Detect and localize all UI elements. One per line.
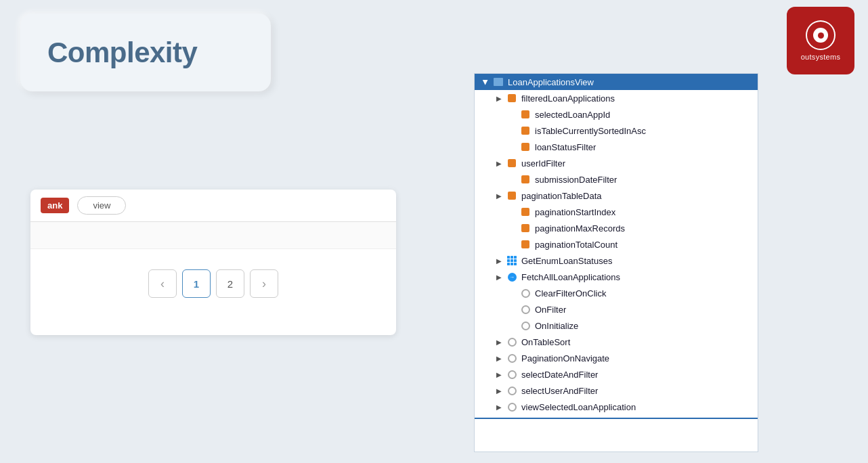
tree-item-PaginationOnNavigate[interactable]: PaginationOnNavigate (475, 350, 758, 366)
tree-label: ClearFilterOnClick (535, 288, 606, 299)
circle-icon (506, 353, 518, 363)
tree-scroll-indicator (475, 418, 758, 431)
orange-icon (519, 126, 531, 135)
tree-label: submissionDateFilter (535, 175, 617, 185)
orange-icon (506, 158, 518, 168)
tree-label: paginationTotalCount (535, 240, 617, 250)
tree-arrow (507, 223, 518, 234)
circle-icon (519, 321, 531, 330)
tree-arrow (494, 158, 504, 169)
tree-arrow (494, 255, 504, 266)
orange-icon (519, 223, 531, 233)
orange-icon (519, 175, 531, 184)
complexity-card: Complexity (20, 14, 271, 91)
tree-root-label: LoanApplicationsView (508, 77, 594, 87)
tree-label: OnInitialize (535, 321, 578, 331)
tree-item-paginationTableData[interactable]: paginationTableData (475, 188, 758, 204)
tree-arrow (494, 369, 504, 380)
tree-label: GetEnumLoanStatuses (521, 256, 612, 266)
circle-icon (506, 402, 518, 412)
tree-arrow (507, 109, 518, 120)
outsystems-logo[interactable]: outsystems (787, 7, 854, 74)
tree-label: userIdFilter (521, 158, 565, 169)
pagination: ‹ 1 2 › (30, 249, 396, 318)
tree-arrow (507, 304, 518, 315)
circle-icon (519, 288, 531, 298)
circle-icon (506, 370, 518, 379)
page-2-button[interactable]: 2 (216, 269, 244, 298)
tree-label: isTableCurrentlySortedInAsc (535, 126, 646, 136)
tree-label: paginationMaxRecords (535, 223, 625, 234)
tree-label: filteredLoanApplications (521, 93, 615, 104)
tree-arrow (507, 206, 518, 217)
tree-item-selectDateAndFilter[interactable]: selectDateAndFilter (475, 366, 758, 382)
tree-label: FetchAllLoanApplications (521, 272, 620, 282)
ui-preview-card: ank view ‹ 1 2 › (30, 190, 396, 335)
orange-icon (506, 191, 518, 200)
tree-item-filteredLoanApplications[interactable]: filteredLoanApplications (475, 90, 758, 106)
tree-item-GetEnumLoanStatuses[interactable]: GetEnumLoanStatuses (475, 252, 758, 269)
action-icon (506, 272, 518, 282)
tree-item-viewSelectedLoanApplication[interactable]: viewSelectedLoanApplication (475, 399, 758, 415)
circle-icon (506, 337, 518, 347)
tree-item-OnTableSort[interactable]: OnTableSort (475, 334, 758, 350)
tree-label: paginationTableData (521, 191, 602, 201)
page-prev-button[interactable]: ‹ (148, 269, 177, 298)
tree-arrow (494, 336, 504, 347)
ui-preview-toolbar: ank view (30, 190, 396, 222)
outsystems-circle-icon (806, 20, 836, 50)
tree-item-OnInitialize[interactable]: OnInitialize (475, 317, 758, 334)
tree-label: OnTableSort (521, 337, 570, 347)
view-icon (492, 77, 504, 87)
tree-item-loanStatusFilter[interactable]: loanStatusFilter (475, 139, 758, 155)
tree-arrow (494, 401, 504, 412)
orange-icon (506, 93, 518, 103)
filter-bar (30, 222, 396, 249)
tree-item-ClearFilterOnClick[interactable]: ClearFilterOnClick (475, 285, 758, 301)
tree-label: selectUserAndFilter (521, 386, 598, 396)
tree-arrow (507, 174, 518, 185)
tree-item-isTableCurrentlySortedInAsc[interactable]: isTableCurrentlySortedInAsc (475, 123, 758, 139)
tree-panel[interactable]: LoanApplicationsView filteredLoanApplica… (474, 73, 758, 452)
orange-icon (519, 142, 531, 152)
tree-label: selectDateAndFilter (521, 370, 598, 380)
view-button[interactable]: view (77, 196, 126, 215)
tree-label: viewSelectedLoanApplication (521, 402, 636, 412)
tree-label: paginationStartIndex (535, 207, 615, 217)
tree-arrow (494, 190, 504, 201)
tree-label: loanStatusFilter (535, 142, 596, 152)
tree-item-paginationStartIndex[interactable]: paginationStartIndex (475, 204, 758, 220)
tree-arrow (494, 93, 504, 104)
tree-arrow (507, 125, 518, 136)
page-next-button[interactable]: › (250, 269, 278, 298)
tree-arrow (507, 239, 518, 250)
tree-root-item[interactable]: LoanApplicationsView (475, 74, 758, 90)
tree-label: selectedLoanAppId (535, 110, 610, 120)
tree-item-paginationTotalCount[interactable]: paginationTotalCount (475, 236, 758, 252)
grid-icon (506, 256, 518, 265)
tree-arrow (507, 288, 518, 299)
tree-arrow-root (480, 76, 491, 87)
tree-arrow (494, 385, 504, 396)
tree-arrow (494, 353, 504, 363)
page-1-button[interactable]: 1 (182, 269, 211, 298)
tree-item-selectUserAndFilter[interactable]: selectUserAndFilter (475, 382, 758, 399)
orange-icon (519, 207, 531, 217)
orange-icon (519, 110, 531, 119)
tree-item-FetchAllLoanApplications[interactable]: FetchAllLoanApplications (475, 269, 758, 285)
circle-icon (506, 386, 518, 395)
tree-item-OnFilter[interactable]: OnFilter (475, 301, 758, 317)
orange-icon (519, 240, 531, 249)
tree-item-submissionDateFilter[interactable]: submissionDateFilter (475, 171, 758, 188)
tree-arrow (494, 271, 504, 282)
tree-item-paginationMaxRecords[interactable]: paginationMaxRecords (475, 220, 758, 236)
page-title: Complexity (47, 37, 197, 69)
circle-icon (519, 305, 531, 314)
outsystems-label: outsystems (801, 53, 841, 61)
tree-arrow (507, 141, 518, 152)
tree-item-selectedLoanAppId[interactable]: selectedLoanAppId (475, 106, 758, 123)
tree-label: PaginationOnNavigate (521, 353, 609, 363)
rank-badge: ank (41, 198, 69, 213)
tree-arrow (507, 320, 518, 331)
tree-item-userIdFilter[interactable]: userIdFilter (475, 155, 758, 171)
